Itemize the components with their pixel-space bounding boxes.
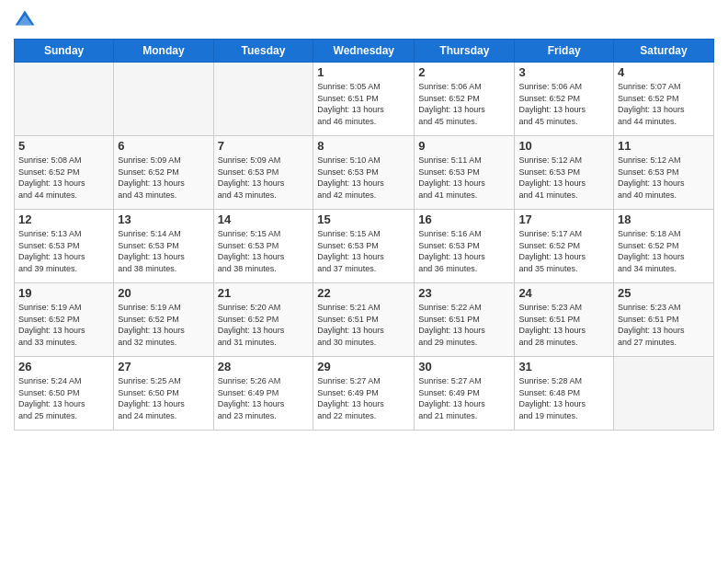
day-number: 23 [418,286,510,300]
calendar-cell: 16Sunrise: 5:16 AM Sunset: 6:53 PM Dayli… [415,210,515,283]
calendar-cell: 3Sunrise: 5:06 AM Sunset: 6:52 PM Daylig… [515,63,614,136]
day-number: 6 [118,139,209,153]
calendar-cell: 23Sunrise: 5:22 AM Sunset: 6:51 PM Dayli… [415,283,515,357]
calendar-cell: 28Sunrise: 5:26 AM Sunset: 6:49 PM Dayli… [213,357,313,431]
calendar-cell: 31Sunrise: 5:28 AM Sunset: 6:48 PM Dayli… [515,357,614,431]
calendar-cell [114,63,213,136]
day-number: 20 [118,286,209,300]
day-number: 11 [618,139,710,153]
cell-content: Sunrise: 5:16 AM Sunset: 6:53 PM Dayligh… [418,228,510,274]
day-number: 9 [418,139,510,153]
day-number: 4 [618,65,710,79]
calendar-cell: 30Sunrise: 5:27 AM Sunset: 6:49 PM Dayli… [415,357,515,431]
calendar-cell: 21Sunrise: 5:20 AM Sunset: 6:52 PM Dayli… [213,283,313,357]
day-number: 13 [118,213,209,226]
day-number: 22 [317,286,410,300]
calendar-cell: 4Sunrise: 5:07 AM Sunset: 6:52 PM Daylig… [614,63,714,136]
cell-content: Sunrise: 5:18 AM Sunset: 6:52 PM Dayligh… [618,228,710,274]
cell-content: Sunrise: 5:23 AM Sunset: 6:51 PM Dayligh… [618,302,710,348]
cell-content: Sunrise: 5:24 AM Sunset: 6:50 PM Dayligh… [18,375,109,421]
day-number: 10 [518,139,609,153]
calendar-cell: 15Sunrise: 5:15 AM Sunset: 6:53 PM Dayli… [313,210,415,283]
calendar-cell: 26Sunrise: 5:24 AM Sunset: 6:50 PM Dayli… [15,357,114,431]
calendar-cell: 5Sunrise: 5:08 AM Sunset: 6:52 PM Daylig… [15,136,114,210]
day-number: 14 [218,213,310,226]
calendar-cell: 22Sunrise: 5:21 AM Sunset: 6:51 PM Dayli… [313,283,415,357]
cell-content: Sunrise: 5:09 AM Sunset: 6:53 PM Dayligh… [218,155,310,201]
calendar-cell: 13Sunrise: 5:14 AM Sunset: 6:53 PM Dayli… [114,210,213,283]
page: SundayMondayTuesdayWednesdayThursdayFrid… [0,0,728,440]
header-row: SundayMondayTuesdayWednesdayThursdayFrid… [15,40,714,63]
cell-content: Sunrise: 5:05 AM Sunset: 6:51 PM Dayligh… [317,81,410,127]
calendar-cell: 6Sunrise: 5:09 AM Sunset: 6:52 PM Daylig… [114,136,213,210]
day-number: 15 [317,213,410,226]
cell-content: Sunrise: 5:17 AM Sunset: 6:52 PM Dayligh… [518,228,609,274]
day-number: 29 [317,360,410,373]
calendar-cell: 24Sunrise: 5:23 AM Sunset: 6:51 PM Dayli… [515,283,614,357]
cell-content: Sunrise: 5:26 AM Sunset: 6:49 PM Dayligh… [218,375,310,421]
calendar: SundayMondayTuesdayWednesdayThursdayFrid… [14,39,714,431]
calendar-cell: 9Sunrise: 5:11 AM Sunset: 6:53 PM Daylig… [415,136,515,210]
day-number: 27 [118,360,209,373]
cell-content: Sunrise: 5:25 AM Sunset: 6:50 PM Dayligh… [118,375,209,421]
calendar-cell: 14Sunrise: 5:15 AM Sunset: 6:53 PM Dayli… [213,210,313,283]
day-number: 7 [218,139,310,153]
logo-icon [14,9,36,31]
calendar-cell: 12Sunrise: 5:13 AM Sunset: 6:53 PM Dayli… [15,210,114,283]
cell-content: Sunrise: 5:27 AM Sunset: 6:49 PM Dayligh… [317,375,410,421]
cell-content: Sunrise: 5:10 AM Sunset: 6:53 PM Dayligh… [317,155,410,201]
week-row-5: 26Sunrise: 5:24 AM Sunset: 6:50 PM Dayli… [15,357,714,431]
cell-content: Sunrise: 5:27 AM Sunset: 6:49 PM Dayligh… [418,375,510,421]
cell-content: Sunrise: 5:06 AM Sunset: 6:52 PM Dayligh… [418,81,510,127]
calendar-cell: 27Sunrise: 5:25 AM Sunset: 6:50 PM Dayli… [114,357,213,431]
day-header-friday: Friday [515,40,614,63]
day-number: 12 [18,213,109,226]
day-header-thursday: Thursday [415,40,515,63]
day-number: 19 [18,286,109,300]
cell-content: Sunrise: 5:28 AM Sunset: 6:48 PM Dayligh… [518,375,609,421]
calendar-cell: 17Sunrise: 5:17 AM Sunset: 6:52 PM Dayli… [515,210,614,283]
day-header-tuesday: Tuesday [213,40,313,63]
cell-content: Sunrise: 5:15 AM Sunset: 6:53 PM Dayligh… [218,228,310,274]
calendar-cell: 10Sunrise: 5:12 AM Sunset: 6:53 PM Dayli… [515,136,614,210]
week-row-4: 19Sunrise: 5:19 AM Sunset: 6:52 PM Dayli… [15,283,714,357]
day-number: 3 [518,65,609,79]
calendar-cell: 29Sunrise: 5:27 AM Sunset: 6:49 PM Dayli… [313,357,415,431]
day-number: 21 [218,286,310,300]
day-header-sunday: Sunday [15,40,114,63]
cell-content: Sunrise: 5:19 AM Sunset: 6:52 PM Dayligh… [18,302,109,348]
calendar-cell: 18Sunrise: 5:18 AM Sunset: 6:52 PM Dayli… [614,210,714,283]
day-number: 25 [618,286,710,300]
calendar-cell: 19Sunrise: 5:19 AM Sunset: 6:52 PM Dayli… [15,283,114,357]
header [14,9,714,31]
calendar-cell: 2Sunrise: 5:06 AM Sunset: 6:52 PM Daylig… [415,63,515,136]
calendar-cell: 20Sunrise: 5:19 AM Sunset: 6:52 PM Dayli… [114,283,213,357]
day-number: 5 [18,139,109,153]
cell-content: Sunrise: 5:22 AM Sunset: 6:51 PM Dayligh… [418,302,510,348]
cell-content: Sunrise: 5:08 AM Sunset: 6:52 PM Dayligh… [18,155,109,201]
day-number: 18 [618,213,710,226]
cell-content: Sunrise: 5:09 AM Sunset: 6:52 PM Dayligh… [118,155,209,201]
day-header-wednesday: Wednesday [313,40,415,63]
day-number: 24 [518,286,609,300]
week-row-3: 12Sunrise: 5:13 AM Sunset: 6:53 PM Dayli… [15,210,714,283]
cell-content: Sunrise: 5:11 AM Sunset: 6:53 PM Dayligh… [418,155,510,201]
cell-content: Sunrise: 5:21 AM Sunset: 6:51 PM Dayligh… [317,302,410,348]
cell-content: Sunrise: 5:14 AM Sunset: 6:53 PM Dayligh… [118,228,209,274]
day-number: 30 [418,360,510,373]
day-number: 1 [317,65,410,79]
day-header-monday: Monday [114,40,213,63]
day-number: 26 [18,360,109,373]
week-row-2: 5Sunrise: 5:08 AM Sunset: 6:52 PM Daylig… [15,136,714,210]
calendar-cell: 8Sunrise: 5:10 AM Sunset: 6:53 PM Daylig… [313,136,415,210]
calendar-cell [614,357,714,431]
cell-content: Sunrise: 5:06 AM Sunset: 6:52 PM Dayligh… [518,81,609,127]
cell-content: Sunrise: 5:23 AM Sunset: 6:51 PM Dayligh… [518,302,609,348]
calendar-cell: 7Sunrise: 5:09 AM Sunset: 6:53 PM Daylig… [213,136,313,210]
cell-content: Sunrise: 5:12 AM Sunset: 6:53 PM Dayligh… [618,155,710,201]
day-number: 8 [317,139,410,153]
day-number: 2 [418,65,510,79]
logo [14,9,40,31]
week-row-1: 1Sunrise: 5:05 AM Sunset: 6:51 PM Daylig… [15,63,714,136]
calendar-cell: 11Sunrise: 5:12 AM Sunset: 6:53 PM Dayli… [614,136,714,210]
